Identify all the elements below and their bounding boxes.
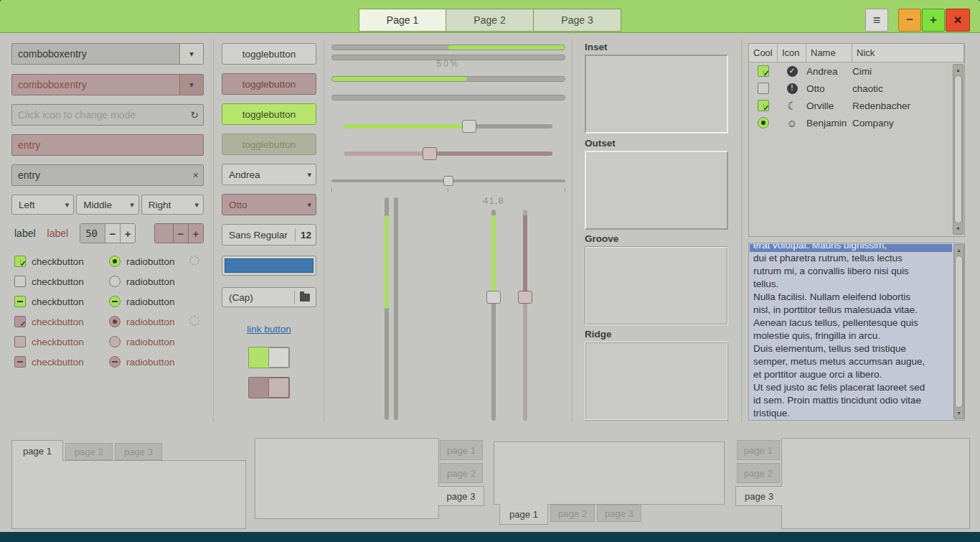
- hscale-rose: [344, 146, 552, 161]
- label: label: [14, 228, 36, 239]
- color-button[interactable]: [222, 256, 316, 276]
- file-chooser-button[interactable]: (Cap): [222, 287, 316, 307]
- checkbox-checked[interactable]: ✓: [14, 256, 26, 267]
- rose-entry-input[interactable]: [18, 139, 199, 151]
- vscale-green[interactable]: [484, 210, 503, 421]
- titlebar[interactable]: Page 1 Page 2 Page 3 ≡ − + ×: [0, 0, 980, 33]
- scroll-down-icon[interactable]: ▾: [953, 224, 963, 233]
- column-header-cool[interactable]: Cool: [749, 44, 778, 62]
- switch-insensitive: [248, 377, 290, 398]
- spinbutton-value[interactable]: 50: [80, 224, 105, 243]
- mode-entry-input[interactable]: [18, 109, 186, 121]
- notebook-tab[interactable]: page 2: [737, 463, 780, 483]
- hscale-green[interactable]: [344, 119, 552, 134]
- checkbox-checked[interactable]: ✓: [758, 100, 769, 111]
- notebook-tab[interactable]: page 1: [499, 504, 548, 525]
- font-button[interactable]: Sans Regular 12: [222, 224, 316, 246]
- checkbox-checked[interactable]: ✓: [758, 65, 769, 77]
- combobox-name[interactable]: Andrea ▾: [222, 164, 316, 185]
- combobox-value: Left: [19, 200, 62, 210]
- scrollbar-thumb[interactable]: [954, 75, 962, 223]
- notebook-tab[interactable]: page 1: [737, 440, 780, 460]
- radio-checked[interactable]: [109, 256, 121, 267]
- table-row[interactable]: ✓ ☾ Orville Redenbacher: [749, 97, 964, 114]
- comboboxentry-rose-input[interactable]: [18, 79, 175, 90]
- table-row[interactable]: ☺ Benjamin Company: [749, 114, 964, 131]
- combobox-middle[interactable]: Middle ▾: [76, 195, 138, 215]
- comboboxentry-rose-dropdown-button[interactable]: ▾: [179, 74, 204, 95]
- scrollbar-thumb[interactable]: [955, 256, 963, 408]
- checkbox-unchecked[interactable]: [14, 276, 26, 287]
- tree-scrollbar[interactable]: ▴ ▾: [953, 64, 963, 235]
- radio-unchecked[interactable]: [109, 276, 121, 287]
- combobox-name-rose[interactable]: Otto ▾: [222, 194, 316, 215]
- spin-minus-button[interactable]: −: [173, 224, 188, 243]
- notebook-tab[interactable]: page 2: [550, 505, 595, 522]
- notebooks-row: page 1 page 2 page 3 page 1 page 2 page …: [0, 428, 980, 532]
- tab-page-1[interactable]: Page 1: [359, 9, 446, 32]
- notebook-tab[interactable]: page 3: [438, 486, 484, 506]
- spinbutton-rose-value[interactable]: [155, 224, 172, 243]
- switch-handle[interactable]: [268, 347, 289, 368]
- menu-button[interactable]: ≡: [865, 9, 888, 32]
- scroll-up-icon[interactable]: ▴: [954, 246, 963, 255]
- maximize-button[interactable]: +: [922, 9, 945, 32]
- notebook-tab[interactable]: page 3: [735, 486, 782, 506]
- scale-handle[interactable]: [462, 120, 476, 133]
- notebook-tab[interactable]: page 2: [65, 443, 113, 460]
- notebook-tab[interactable]: page 1: [440, 440, 483, 460]
- minimize-icon: −: [906, 13, 913, 27]
- scale-handle[interactable]: [486, 291, 501, 304]
- clearable-entry-input[interactable]: [18, 169, 189, 181]
- notebook-tab[interactable]: page 3: [597, 505, 641, 522]
- notebook-tab[interactable]: page 3: [115, 443, 162, 460]
- notebook-page: [11, 460, 246, 529]
- switch-on[interactable]: [248, 347, 290, 368]
- column-header-nick[interactable]: Nick: [852, 44, 964, 62]
- buttons-column: togglebutton togglebutton togglebutton t…: [222, 33, 316, 428]
- notebook-tab[interactable]: page 1: [11, 440, 63, 461]
- togglebutton-pressed[interactable]: togglebutton: [222, 73, 316, 95]
- frame-ridge: [585, 342, 728, 421]
- textview[interactable]: erat volutpat. Mauris dignissim, dui et …: [748, 243, 965, 421]
- minimize-button[interactable]: −: [898, 9, 921, 32]
- spin-plus-button[interactable]: +: [120, 224, 135, 243]
- selected-text-line: erat volutpat. Mauris dignissim,: [750, 244, 952, 252]
- tab-page-2[interactable]: Page 2: [446, 9, 534, 32]
- checkbox-mixed[interactable]: [14, 296, 26, 307]
- table-row[interactable]: ! Otto chaotic: [749, 80, 964, 97]
- textview-body[interactable]: erat volutpat. Mauris dignissim, dui et …: [750, 244, 952, 419]
- combobox-right[interactable]: Right ▾: [141, 195, 204, 215]
- hscale-marks[interactable]: [331, 174, 565, 188]
- spin-minus-button[interactable]: −: [105, 224, 120, 243]
- text-scrollbar[interactable]: ▴ ▾: [953, 244, 964, 419]
- togglebutton-normal[interactable]: togglebutton: [222, 43, 316, 65]
- chevron-down-icon: ▾: [194, 200, 199, 210]
- scroll-up-icon[interactable]: ▴: [953, 65, 963, 75]
- checkbutton-label-insensitive: checkbutton: [32, 337, 103, 347]
- combobox-left[interactable]: Left ▾: [11, 195, 74, 215]
- togglebutton-active[interactable]: togglebutton: [222, 103, 316, 125]
- close-button[interactable]: ×: [946, 9, 970, 32]
- column-header-name[interactable]: Name: [806, 44, 852, 62]
- table-row[interactable]: ✓ ✓ Andrea Cimi: [749, 62, 964, 80]
- notebook-tab[interactable]: page 2: [440, 463, 483, 483]
- checkbox-unchecked[interactable]: [758, 83, 769, 94]
- radio-mixed[interactable]: [109, 296, 121, 307]
- scale-handle[interactable]: [443, 176, 453, 186]
- link-button[interactable]: link button: [222, 324, 316, 335]
- checkbox-checked-insensitive: ✓: [14, 316, 26, 327]
- file-chooser-value: (Cap): [229, 292, 289, 303]
- comboboxentry-dropdown-button[interactable]: ▾: [179, 43, 204, 65]
- refresh-icon[interactable]: ↻: [190, 109, 199, 121]
- tab-page-3[interactable]: Page 3: [534, 9, 621, 32]
- column-header-icon[interactable]: Icon: [778, 44, 806, 62]
- vscale-rose: [516, 210, 534, 421]
- radio-checked[interactable]: [758, 117, 769, 129]
- comboboxentry-input[interactable]: [11, 43, 180, 65]
- spinbutton: 50 − +: [80, 223, 136, 243]
- clear-icon[interactable]: ×: [193, 169, 199, 181]
- scroll-down-icon[interactable]: ▾: [954, 408, 963, 418]
- spin-plus-button[interactable]: +: [188, 224, 203, 243]
- check-circle-icon: ✓: [787, 66, 798, 77]
